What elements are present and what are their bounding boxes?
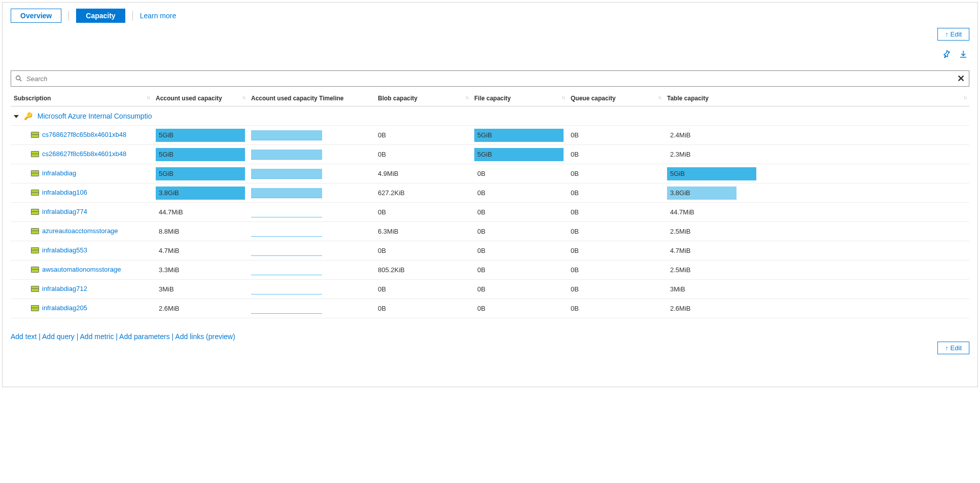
edit-top-wrap: ↑ Edit xyxy=(937,28,969,41)
bar-cell: 2.3MiB xyxy=(667,148,756,161)
storage-account-link[interactable]: infralabdiag774 xyxy=(14,208,87,215)
search-box[interactable]: ✕ xyxy=(11,70,969,87)
storage-icon xyxy=(31,267,39,273)
storage-icon xyxy=(31,305,39,311)
queue-value: 0B xyxy=(568,261,664,280)
bar-value: 5GiB xyxy=(474,148,564,161)
col-queue[interactable]: Queue capacity↑↓ xyxy=(568,91,664,106)
bar-cell: 5GiB xyxy=(667,167,756,180)
storage-account-link[interactable]: cs768627f8c65b8x4601xb48 xyxy=(14,131,126,138)
capacity-table: Subscription↑↓ Account used capacity↑↓ A… xyxy=(11,91,969,318)
bar-cell: 44.7MiB xyxy=(156,206,245,219)
bar-cell: 5GiB xyxy=(156,167,245,180)
group-row[interactable]: 🔑 Microsoft Azure Internal Consumptio xyxy=(11,106,969,126)
search-input[interactable] xyxy=(25,75,957,83)
add-parameters-link[interactable]: Add parameters xyxy=(119,332,170,341)
add-metric-link[interactable]: Add metric xyxy=(80,332,114,341)
bar-cell: 5GiB xyxy=(156,148,245,161)
col-table[interactable]: Table capacity↑↓ xyxy=(664,91,969,106)
edit-button[interactable]: ↑ Edit xyxy=(937,28,969,41)
queue-value: 0B xyxy=(568,145,664,164)
bar-value: 3.3MiB xyxy=(156,264,245,277)
storage-icon xyxy=(31,286,39,292)
bar-cell: 0B xyxy=(474,225,564,238)
bar-cell: 0B xyxy=(474,283,564,296)
timeline-spark xyxy=(251,188,322,198)
subscription-link[interactable]: Microsoft Azure Internal Consumptio xyxy=(38,112,152,120)
chevron-down-icon[interactable] xyxy=(14,115,19,118)
blob-value: 0B xyxy=(375,145,471,164)
queue-value: 0B xyxy=(568,222,664,241)
col-used[interactable]: Account used capacity↑↓ xyxy=(153,91,248,106)
storage-account-link[interactable]: infralabdiag xyxy=(14,169,76,177)
bar-value: 2.5MiB xyxy=(667,264,756,277)
table-row: infralabdiag774 44.7MiB 0B 0B 0B 44.7MiB xyxy=(11,203,969,222)
storage-account-link[interactable]: awsautomationomsstorage xyxy=(14,266,121,273)
col-file[interactable]: File capacity↑↓ xyxy=(471,91,568,106)
bar-cell: 0B xyxy=(474,187,564,200)
storage-icon xyxy=(31,151,39,157)
learn-more-link[interactable]: Learn more xyxy=(140,12,177,20)
header-row: Subscription↑↓ Account used capacity↑↓ A… xyxy=(11,91,969,106)
bar-cell: 0B xyxy=(474,167,564,180)
bar-value: 2.4MiB xyxy=(667,129,756,142)
timeline-spark xyxy=(251,246,322,256)
table-row: infralabdiag553 4.7MiB 0B 0B 0B 4.7MiB xyxy=(11,241,969,261)
storage-account-link[interactable]: infralabdiag205 xyxy=(14,304,87,312)
table-row: cs268627f8c65b8x4601xb48 5GiB 0B 5GiB 0B… xyxy=(11,145,969,164)
timeline-spark xyxy=(251,207,322,217)
blob-value: 0B xyxy=(375,299,471,318)
timeline-spark xyxy=(251,284,322,294)
blob-value: 627.2KiB xyxy=(375,183,471,203)
action-icons xyxy=(942,50,967,58)
col-subscription[interactable]: Subscription↑↓ xyxy=(11,91,153,106)
bar-value: 0B xyxy=(474,187,564,200)
account-name: infralabdiag553 xyxy=(42,246,87,254)
queue-value: 0B xyxy=(568,299,664,318)
account-name: awsautomationomsstorage xyxy=(42,266,121,273)
capacity-tab[interactable]: Capacity xyxy=(76,9,125,23)
bar-value: 3.8GiB xyxy=(667,187,756,200)
bar-cell: 2.6MiB xyxy=(667,302,756,315)
pin-icon[interactable] xyxy=(942,50,950,58)
bar-cell: 44.7MiB xyxy=(667,206,756,219)
storage-account-link[interactable]: infralabdiag106 xyxy=(14,189,87,196)
bar-cell: 0B xyxy=(474,244,564,257)
account-name: infralabdiag205 xyxy=(42,304,87,312)
bar-value: 2.5MiB xyxy=(667,225,756,238)
col-blob[interactable]: Blob capacity↑↓ xyxy=(375,91,471,106)
col-timeline[interactable]: Account used capacity Timeline xyxy=(248,91,375,106)
download-icon[interactable] xyxy=(959,50,967,58)
bar-value: 2.3MiB xyxy=(667,148,756,161)
storage-account-link[interactable]: infralabdiag553 xyxy=(14,246,87,254)
nav-row: Overview Capacity Learn more xyxy=(11,9,969,23)
storage-icon xyxy=(31,170,39,176)
timeline-spark xyxy=(251,169,322,179)
edit-button[interactable]: ↑ Edit xyxy=(937,342,969,354)
storage-account-link[interactable]: cs268627f8c65b8x4601xb48 xyxy=(14,150,126,158)
overview-tab[interactable]: Overview xyxy=(11,9,61,23)
storage-account-link[interactable]: infralabdiag712 xyxy=(14,285,87,292)
storage-account-link[interactable]: azureautoacctomsstorage xyxy=(14,227,118,235)
blob-value: 0B xyxy=(375,126,471,145)
clear-icon[interactable]: ✕ xyxy=(957,73,965,84)
workbook-panel: Overview Capacity Learn more ↑ Edit ✕ Su… xyxy=(2,2,978,387)
blob-value: 0B xyxy=(375,203,471,222)
account-name: infralabdiag774 xyxy=(42,208,87,215)
blob-value: 6.3MiB xyxy=(375,222,471,241)
timeline-spark xyxy=(251,227,322,237)
bar-value: 5GiB xyxy=(667,167,756,180)
account-name: azureautoacctomsstorage xyxy=(42,227,118,235)
table-row: infralabdiag106 3.8GiB 627.2KiB 0B 0B 3.… xyxy=(11,183,969,203)
add-text-link[interactable]: Add text xyxy=(11,332,37,341)
storage-icon xyxy=(31,247,39,253)
table-row: azureautoacctomsstorage 8.8MiB 6.3MiB 0B… xyxy=(11,222,969,241)
bar-value: 0B xyxy=(474,244,564,257)
bar-value: 4.7MiB xyxy=(156,244,245,257)
timeline-spark xyxy=(251,304,322,314)
bar-cell: 8.8MiB xyxy=(156,225,245,238)
add-links-link[interactable]: Add links (preview) xyxy=(175,332,235,341)
add-query-link[interactable]: Add query xyxy=(42,332,75,341)
bar-cell: 3.3MiB xyxy=(156,264,245,277)
add-row: Add text | Add query | Add metric | Add … xyxy=(11,332,969,341)
